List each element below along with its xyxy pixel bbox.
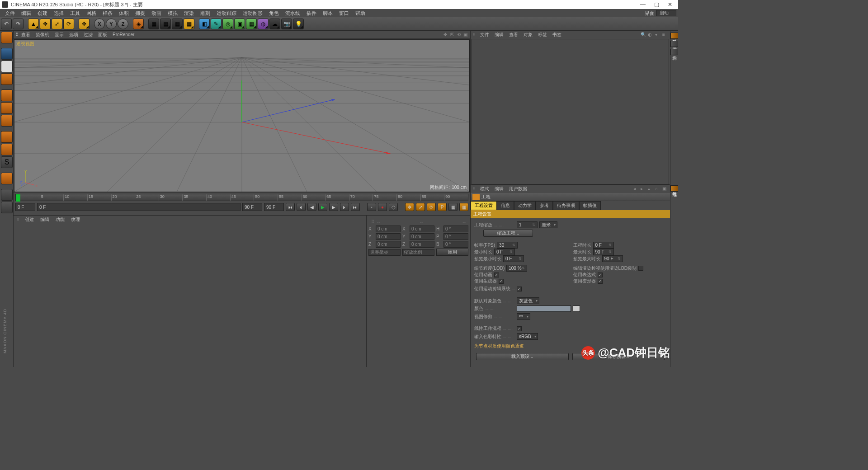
pvmin-field[interactable]: 0 F⇅: [503, 255, 524, 262]
mintime-field[interactable]: 0 F⇅: [494, 249, 515, 255]
goto-start-button[interactable]: ⏮: [286, 203, 295, 211]
record-key-button[interactable]: ◦: [367, 203, 376, 211]
menu-script[interactable]: 脚本: [320, 10, 336, 17]
spline-pen-button[interactable]: ✎: [211, 19, 222, 29]
next-key-button[interactable]: ⏵: [340, 203, 349, 211]
menu-render[interactable]: 渲染: [181, 10, 197, 17]
axis-mode-button[interactable]: [1, 131, 13, 143]
locked-workplane-button[interactable]: [1, 189, 13, 201]
menu-tools[interactable]: 工具: [67, 10, 83, 17]
y-axis-lock[interactable]: Y: [106, 19, 117, 29]
attr-menu-userdata[interactable]: 用户数据: [506, 186, 530, 192]
side-tab-object[interactable]: 对象: [670, 33, 679, 39]
nav-up-icon[interactable]: ▴: [648, 186, 654, 192]
menu-mograph[interactable]: 运动图形: [240, 10, 266, 17]
menu-character[interactable]: 角色: [266, 10, 282, 17]
menu-volume[interactable]: 体积: [116, 10, 132, 17]
pos-y-field[interactable]: 0 cm: [376, 233, 401, 240]
move-tool[interactable]: ✥: [40, 19, 51, 29]
view-menu-camera[interactable]: 摄像机: [33, 32, 52, 38]
filter-icon[interactable]: ▾: [655, 32, 661, 38]
tweak-mode-button[interactable]: [1, 144, 13, 155]
next-frame-button[interactable]: ▶: [329, 203, 338, 211]
view-menu-display[interactable]: 显示: [52, 32, 66, 38]
timeline-playhead[interactable]: [16, 194, 20, 202]
timeline-end-field[interactable]: 90 F: [264, 203, 284, 211]
clip-dropdown[interactable]: 中: [517, 313, 530, 320]
view-menu-filter[interactable]: 过滤: [81, 32, 95, 38]
view-menu-panel[interactable]: 面板: [95, 32, 110, 38]
flat-icon[interactable]: ≡: [662, 32, 668, 38]
home-icon[interactable]: ⌂: [655, 186, 661, 192]
project-scale-unit-dropdown[interactable]: 厘米: [539, 221, 557, 228]
menu-pipeline[interactable]: 流水线: [282, 10, 303, 17]
array-button[interactable]: ▦: [246, 19, 257, 29]
menu-sculpt[interactable]: 雕刻: [197, 10, 213, 17]
workplane-mode-button[interactable]: [1, 73, 13, 85]
lod-field[interactable]: 100 %⇅: [506, 265, 527, 272]
z-axis-lock[interactable]: Z: [118, 19, 128, 29]
view-menu-view[interactable]: 查看: [19, 32, 33, 38]
pos-z-field[interactable]: 0 cm: [376, 241, 401, 248]
key-param-button[interactable]: P: [438, 203, 447, 211]
menu-select[interactable]: 选择: [51, 10, 67, 17]
environment-button[interactable]: ☁: [269, 19, 280, 29]
primitive-cube-button[interactable]: ◧: [199, 19, 210, 29]
key-all-button[interactable]: ▦: [459, 203, 468, 211]
generator-button[interactable]: ◎: [222, 19, 233, 29]
coord-system-button[interactable]: ◈: [133, 19, 144, 29]
planar-workplane-button[interactable]: [1, 202, 13, 213]
menu-edit[interactable]: 编辑: [18, 10, 34, 17]
menu-file[interactable]: 文件: [2, 10, 18, 17]
nav-fwd-icon[interactable]: ▸: [641, 186, 646, 192]
polygons-mode-button[interactable]: [1, 115, 13, 127]
autokey-button[interactable]: ●: [378, 203, 387, 211]
scale-tool[interactable]: ⤢: [52, 19, 62, 29]
render-settings-button[interactable]: ▦: [172, 19, 183, 29]
input-profile-dropdown[interactable]: sRGB: [517, 333, 538, 340]
rot-b-field[interactable]: 0 °: [443, 241, 468, 248]
rot-p-field[interactable]: 0 °: [443, 233, 468, 240]
menu-create[interactable]: 创建: [34, 10, 51, 17]
light-button[interactable]: 💡: [293, 19, 304, 29]
key-pos-button[interactable]: ✥: [405, 203, 414, 211]
color-swatch[interactable]: [517, 306, 571, 312]
panel-grip-icon[interactable]: ⠿: [16, 217, 19, 222]
maximize-button[interactable]: ▢: [654, 2, 659, 7]
timeline-current-field[interactable]: 0 F: [37, 203, 241, 211]
project-scale-field[interactable]: 1⇅: [517, 221, 538, 228]
x-axis-lock[interactable]: X: [94, 19, 105, 29]
pos-x-field[interactable]: 0 cm: [376, 226, 401, 232]
menu-simulate[interactable]: 模拟: [165, 10, 181, 17]
obj-menu-view[interactable]: 查看: [506, 32, 521, 38]
use-def-check[interactable]: ✓: [598, 279, 603, 284]
mat-menu-function[interactable]: 功能: [53, 216, 67, 223]
nav-back-icon[interactable]: ◂: [633, 186, 639, 192]
texture-mode-button[interactable]: [1, 61, 13, 72]
tab-reference[interactable]: 参考: [536, 201, 553, 210]
model-mode-button[interactable]: [1, 48, 13, 60]
menu-motiontrack[interactable]: 运动跟踪: [213, 10, 240, 17]
magnet-tool-button[interactable]: [1, 173, 13, 184]
defcolor-dropdown[interactable]: 灰蓝色: [517, 297, 539, 304]
render-view-button[interactable]: ▦: [148, 19, 159, 29]
eyedropper-icon[interactable]: [573, 306, 580, 312]
use-gen-check[interactable]: ✓: [499, 279, 504, 284]
attr-menu-edit[interactable]: 编辑: [492, 186, 506, 192]
make-editable-button[interactable]: [1, 32, 13, 43]
minimize-button[interactable]: —: [640, 2, 646, 7]
scale-project-button[interactable]: 缩放工程...: [483, 230, 533, 237]
edges-mode-button[interactable]: [1, 102, 13, 114]
load-preset-button[interactable]: 载入预设...: [476, 353, 569, 360]
render-queue-button[interactable]: ▦: [184, 19, 194, 29]
side-tab-attribute[interactable]: 属性: [670, 185, 679, 192]
obj-menu-bookmark[interactable]: 书签: [550, 32, 564, 38]
mat-menu-texture[interactable]: 纹理: [68, 216, 83, 223]
use-anim-check[interactable]: ✓: [494, 273, 499, 277]
menu-mesh[interactable]: 网格: [83, 10, 99, 17]
keyframe-sel-button[interactable]: ◌: [389, 203, 398, 211]
snap-enable-button[interactable]: S: [1, 156, 13, 168]
timeline-ruler[interactable]: 05 1015 2025 3035 4045 5055 6065 7075 80…: [15, 194, 468, 201]
goto-end-button[interactable]: ⏭: [351, 203, 360, 211]
viewport-zoom-icon[interactable]: ⇱: [449, 32, 455, 38]
